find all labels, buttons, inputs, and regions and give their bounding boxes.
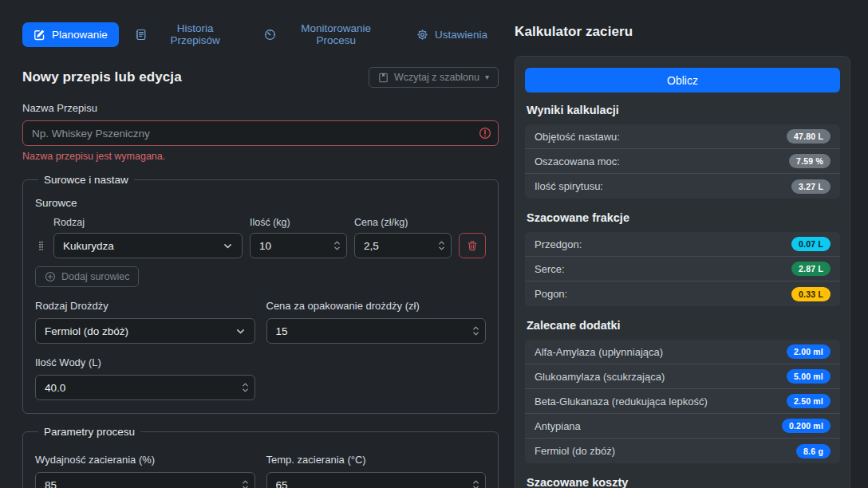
result-value-badge: 0.200 ml [782,419,831,433]
mash-efficiency-field [35,472,255,488]
ingredient-type-select[interactable]: Kukurydza [53,233,243,258]
trash-icon [467,240,478,251]
result-list: Przedgon:0.07 LSerce:2.87 LPogon:0.33 L [525,232,840,306]
result-row: Objętość nastawu:47.80 L [525,124,840,149]
plus-circle-icon [45,271,56,282]
caret-down-icon: ▾ [485,73,489,81]
ingredient-price-column-label: Cena (zł/kg) [354,217,452,228]
mash-temp-field [266,472,487,488]
ingredient-price-field [354,233,452,258]
result-label: Antypiana [535,420,581,432]
ingredient-amount-column-label: Ilość (kg) [250,217,347,228]
yeast-type-value: Fermiol (do zbóż) [45,325,128,337]
result-label: Pogon: [535,288,567,300]
water-amount-input[interactable] [35,375,255,400]
result-label: Przedgon: [535,238,582,250]
yeast-price-input[interactable] [266,318,487,344]
delete-ingredient-button[interactable] [459,233,486,258]
tab-label: Historia Przepisów [153,22,238,46]
result-row: Glukoamylaza (scukrzająca)5.00 ml [525,364,840,389]
result-label: Objętość nastawu: [535,131,620,143]
mash-efficiency-input[interactable] [35,472,255,488]
result-row: Przedgon:0.07 L [525,232,840,257]
tab-label: Planowanie [52,29,108,41]
result-row: Fermiol (do zbóż)8.6 g [525,439,840,463]
number-stepper-icon[interactable] [333,240,341,252]
add-ingredient-button[interactable]: Dodaj surowiec [35,266,139,287]
app-window: PlanowanieHistoria PrzepisówMonitorowani… [0,0,868,488]
section-title: Wyniki kalkulacji [527,104,838,116]
ingredients-list-title: Surowce [35,197,486,209]
ingredients-fieldset: Surowce i nastaw Surowce Rodzaj Ilość (k… [22,174,499,414]
recipe-name-error: Nazwa przepisu jest wymagana. [22,151,499,162]
load-template-button[interactable]: Wczytaj z szablonu ▾ [369,67,499,88]
recipe-name-field [22,120,499,146]
chevron-down-icon [235,326,246,336]
mash-efficiency-label: Wydajność zacierania (%) [35,454,255,466]
ingredient-row: Kukurydza [35,233,486,258]
yeast-row: Rodzaj Drożdży Fermiol (do zbóż) Cena za… [35,300,486,344]
result-list: Alfa-Amylaza (upłynniająca)2.00 mlGlukoa… [525,340,840,463]
recipe-name-input[interactable] [22,120,499,146]
section-title: Szacowane frakcje [527,211,838,224]
yeast-type-select[interactable]: Fermiol (do zbóż) [35,318,255,344]
number-stepper-icon[interactable] [472,479,479,488]
result-label: Alfa-Amylaza (upłynniająca) [535,346,663,358]
pencil-square-icon [34,29,45,41]
yeast-price-field [266,318,487,344]
tab-ustawienia[interactable]: Ustawienia [405,22,499,47]
load-template-label: Wczytaj z szablonu [394,72,479,83]
speedometer-icon [264,29,276,41]
tab-planowanie[interactable]: Planowanie [22,22,119,47]
calculate-button[interactable]: Oblicz [525,68,840,92]
tab-label: Monitorowanie Procesu [282,22,389,46]
main-tabs: PlanowanieHistoria PrzepisówMonitorowani… [22,16,499,53]
template-icon [378,73,389,83]
result-row: Antypiana0.200 ml [525,414,840,439]
result-label: Fermiol (do zbóż) [535,445,615,457]
gear-icon [416,29,428,41]
ingredient-type-column-label: Rodzaj [53,217,243,228]
yeast-type-label: Rodzaj Drożdży [35,300,255,312]
result-value-badge: 2.87 L [791,262,831,276]
ingredient-price-input[interactable] [354,233,452,258]
recipe-name-label: Nazwa Przepisu [22,102,499,114]
mash-temp-input[interactable] [266,472,487,488]
result-label: Serce: [535,263,565,275]
chevron-down-icon [223,241,233,251]
number-stepper-icon[interactable] [438,240,445,252]
number-stepper-icon[interactable] [242,479,249,488]
calculator-panel: Kalkulator zacieru Oblicz Wyniki kalkula… [515,16,850,488]
result-row: Pogon:0.33 L [525,281,840,306]
journal-text-icon [135,29,147,41]
result-label: Ilość spirytusu: [535,180,603,192]
result-value-badge: 0.33 L [791,287,831,301]
result-value-badge: 2.00 ml [787,344,831,359]
result-label: Oszacowana moc: [535,155,620,167]
drag-handle[interactable] [35,240,46,252]
result-row: Serce:2.87 L [525,257,840,281]
water-amount-field [35,375,255,400]
number-stepper-icon[interactable] [242,382,249,394]
add-ingredient-label: Dodaj surowiec [61,271,129,282]
yeast-price-label: Cena za opakowanie drożdży (zł) [266,300,487,312]
water-amount-label: Ilość Wody (L) [35,356,255,368]
ingredient-amount-input[interactable] [250,233,347,258]
section-title: Szacowane koszty [527,476,838,488]
page-title: Nowy przepis lub edycja [22,69,182,85]
ingredient-columns: Rodzaj Ilość (kg) Cena (zł/kg) [35,217,486,228]
water-row: Ilość Wody (L) [35,356,486,400]
result-value-badge: 47.80 L [787,129,831,144]
result-value-badge: 5.00 ml [787,369,831,384]
tab-monitorowanie-procesu[interactable]: Monitorowanie Procesu [253,16,400,53]
calculator-title: Kalkulator zacieru [515,24,850,40]
tab-label: Ustawienia [435,29,487,41]
result-value-badge: 0.07 L [791,237,831,251]
ingredients-legend: Surowce i nastaw [38,174,134,186]
result-value-badge: 2.50 ml [787,394,831,408]
result-list: Objętość nastawu:47.80 LOszacowana moc:7… [525,124,840,199]
tab-historia-przepisow[interactable]: Historia Przepisów [124,16,249,53]
ingredient-type-value: Kukurydza [63,240,114,252]
number-stepper-icon[interactable] [472,325,479,337]
result-value-badge: 8.6 g [796,444,831,458]
